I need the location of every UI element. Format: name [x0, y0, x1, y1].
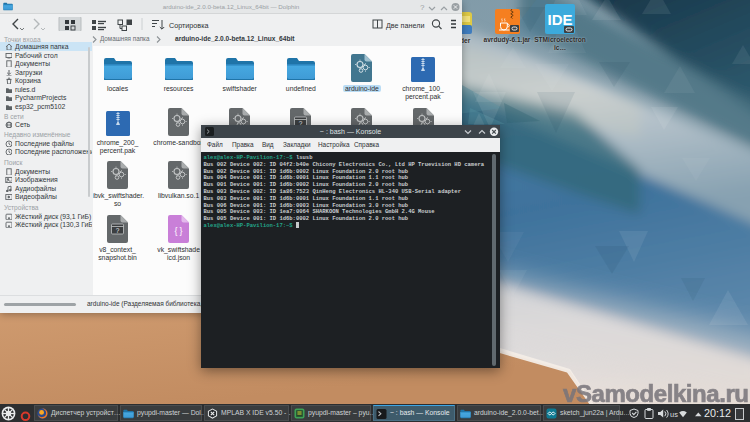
svg-text:?: ? [420, 3, 425, 12]
svg-text:Сортировка: Сортировка [169, 21, 208, 30]
svg-text:Две панели: Две панели [386, 21, 424, 30]
svg-text:vSamodelkina.ru: vSamodelkina.ru [563, 380, 749, 407]
svg-text:us: us [670, 410, 678, 419]
svg-text:IDE: IDE [547, 11, 572, 28]
